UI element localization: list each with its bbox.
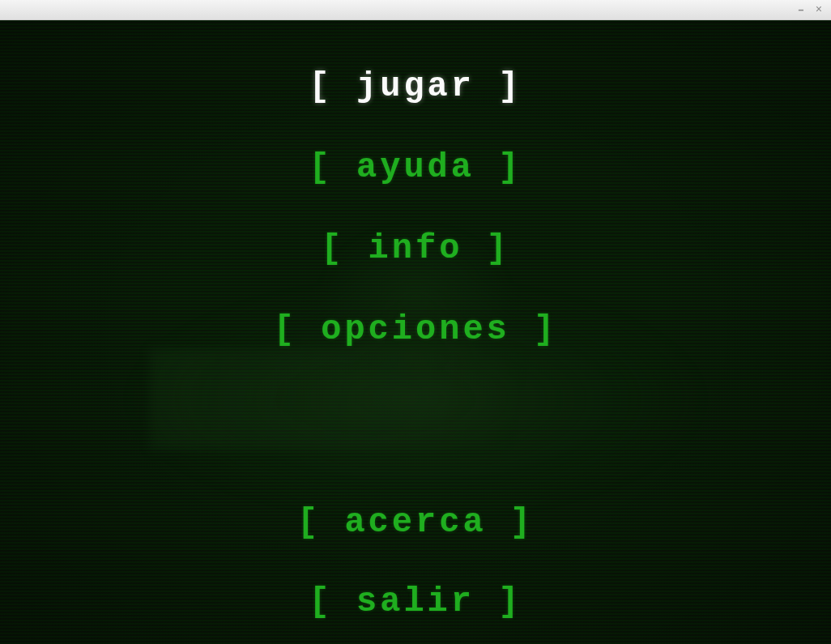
menu-label: acerca (344, 503, 486, 542)
menu-item-salir[interactable]: [ salir ] (309, 582, 522, 621)
menu-item-ayuda[interactable]: [ ayuda ] (309, 148, 522, 187)
main-menu-bottom: [ acerca ] [ salir ] (0, 503, 831, 644)
bracket-open: [ (321, 229, 368, 268)
menu-item-info[interactable]: [ info ] (321, 229, 510, 268)
bracket-close: ] (487, 503, 534, 542)
menu-label: info (369, 229, 463, 268)
main-menu-top: [ jugar ] [ ayuda ] [ info ] [ opciones … (0, 67, 831, 391)
bracket-open: [ (309, 582, 356, 621)
menu-label: ayuda (356, 148, 475, 187)
close-button[interactable]: × (813, 4, 825, 15)
menu-item-acerca[interactable]: [ acerca ] (297, 503, 534, 542)
menu-label: opciones (321, 310, 510, 349)
bracket-open: [ (309, 148, 356, 187)
menu-item-jugar[interactable]: [ jugar ] (309, 67, 522, 106)
app-window: – × [ jugar ] [ ayuda ] [ info ] [ opcio… (0, 0, 831, 644)
bracket-open: [ (274, 310, 321, 349)
bracket-close: ] (462, 229, 509, 268)
bracket-close: ] (475, 582, 522, 621)
titlebar: – × (0, 0, 831, 20)
bracket-close: ] (475, 148, 522, 187)
menu-item-opciones[interactable]: [ opciones ] (274, 310, 557, 349)
bracket-open: [ (309, 67, 356, 106)
game-viewport: [ jugar ] [ ayuda ] [ info ] [ opciones … (0, 20, 831, 644)
bracket-close: ] (510, 310, 557, 349)
menu-label: jugar (356, 67, 475, 106)
bracket-close: ] (475, 67, 522, 106)
bracket-open: [ (297, 503, 344, 542)
menu-label: salir (356, 582, 475, 621)
minimize-button[interactable]: – (795, 4, 807, 15)
